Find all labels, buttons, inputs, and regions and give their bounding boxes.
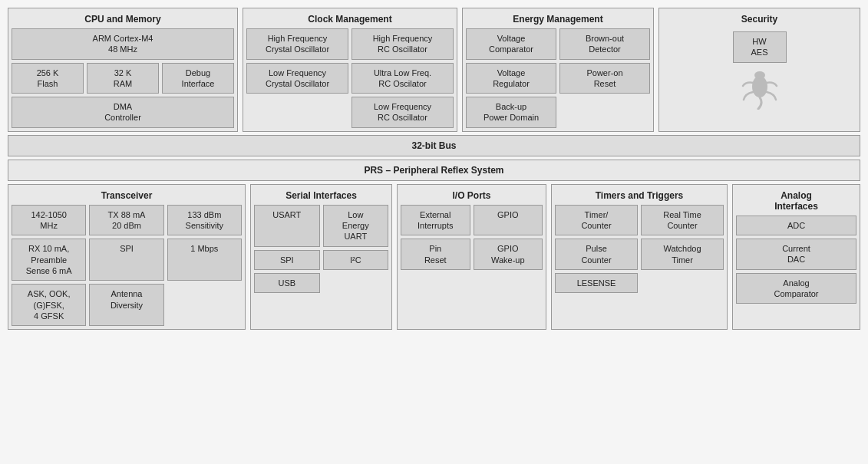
i2c-box: I²C bbox=[323, 250, 389, 270]
gpio-box: GPIO bbox=[474, 205, 543, 236]
serial-grid: USART Low Energy UART SPI I²C USB bbox=[254, 205, 388, 293]
ulf-rc-box: Ultra Low Freq. RC Oscilator bbox=[351, 63, 454, 94]
adc-box: ADC bbox=[736, 216, 856, 235]
io-grid: External Interrupts GPIO Pin Reset GPIO … bbox=[401, 205, 543, 270]
brownout-box: Brown-out Detector bbox=[559, 28, 650, 60]
clock-section: Clock Management High Frequency Crystal … bbox=[243, 8, 457, 132]
antenna-box: Antenna Diversity bbox=[89, 284, 163, 326]
prs-row: PRS – Peripheral Reflex System bbox=[8, 160, 860, 181]
lf-crystal-box: Low Frequency Crystal Oscillator bbox=[246, 63, 348, 94]
security-inner: HW AES bbox=[662, 28, 856, 117]
transceiver-grid: 142-1050 MHz TX 88 mA 20 dBm 133 dBm Sen… bbox=[12, 205, 242, 326]
top-row: CPU and Memory ARM Cortex-M4 48 MHz 256 … bbox=[8, 8, 860, 132]
timers-grid: Timer/ Counter Real Time Counter Pulse C… bbox=[555, 205, 724, 293]
security-section: Security HW AES bbox=[658, 8, 860, 132]
voltage-comp-box: Voltage Comparator bbox=[466, 28, 556, 60]
watchdog-box: Watchdog Timer bbox=[641, 239, 724, 270]
current-dac-box: Current DAC bbox=[736, 239, 856, 270]
serial-title: Serial Interfaces bbox=[254, 188, 388, 205]
pin-reset-box: Pin Reset bbox=[401, 239, 470, 270]
tx-box: TX 88 mA 20 dBm bbox=[89, 205, 163, 236]
analog-comp-box: Analog Comparator bbox=[736, 273, 856, 304]
security-title: Security bbox=[662, 12, 856, 28]
gpio-wakeup-box: GPIO Wake-up bbox=[474, 239, 543, 270]
hf-rc-box: High Frequency RC Oscillator bbox=[351, 28, 454, 60]
debug-box: Debug Interface bbox=[162, 63, 234, 94]
cpu-row-2: DMA Controller bbox=[12, 97, 234, 128]
usb-box: USB bbox=[254, 273, 320, 293]
arm-box: ARM Cortex-M4 48 MHz bbox=[12, 28, 234, 60]
svg-point-1 bbox=[754, 71, 765, 79]
main-container: CPU and Memory ARM Cortex-M4 48 MHz 256 … bbox=[8, 8, 860, 330]
bus-row: 32-bit Bus bbox=[8, 135, 860, 156]
hf-crystal-box: High Frequency Crystal Oscillator bbox=[246, 28, 348, 60]
serial-spi-box: SPI bbox=[254, 250, 320, 270]
clock-title: Clock Management bbox=[246, 12, 454, 28]
ask-box: ASK, OOK, (G)FSK, 4 GFSK bbox=[12, 284, 86, 326]
io-title: I/O Ports bbox=[401, 188, 543, 205]
svg-point-0 bbox=[752, 76, 767, 97]
analog-section: Analog Interfaces ADC Current DAC Analog… bbox=[732, 184, 860, 330]
flash-box: 256 K Flash bbox=[12, 63, 84, 94]
ram-box: 32 K RAM bbox=[87, 63, 159, 94]
bottom-row: Transceiver 142-1050 MHz TX 88 mA 20 dBm… bbox=[8, 184, 860, 330]
low-energy-uart-box: Low Energy UART bbox=[323, 205, 389, 247]
power-on-reset-box: Power-on Reset bbox=[559, 63, 650, 94]
analog-title: Analog Interfaces bbox=[736, 188, 856, 216]
real-time-box: Real Time Counter bbox=[641, 205, 724, 236]
energy-grid: Voltage Comparator Brown-out Detector Vo… bbox=[466, 28, 650, 128]
cpu-title: CPU and Memory bbox=[12, 12, 234, 28]
freq-box: 142-1050 MHz bbox=[12, 205, 86, 236]
transceiver-spi-box: SPI bbox=[89, 239, 163, 281]
cpu-inner: ARM Cortex-M4 48 MHz 256 K Flash 32 K RA… bbox=[12, 28, 234, 128]
io-section: I/O Ports External Interrupts GPIO Pin R… bbox=[397, 184, 546, 330]
ext-int-box: External Interrupts bbox=[401, 205, 470, 236]
timers-title: Timers and Triggers bbox=[555, 188, 724, 205]
cpu-row-1: 256 K Flash 32 K RAM Debug Interface bbox=[12, 63, 234, 94]
timers-section: Timers and Triggers Timer/ Counter Real … bbox=[551, 184, 728, 330]
clock-grid: High Frequency Crystal Oscillator High F… bbox=[246, 28, 454, 128]
rx-box: RX 10 mA, Preamble Sense 6 mA bbox=[12, 239, 86, 281]
transceiver-section: Transceiver 142-1050 MHz TX 88 mA 20 dBm… bbox=[8, 184, 246, 330]
serial-section: Serial Interfaces USART Low Energy UART … bbox=[250, 184, 392, 330]
energy-title: Energy Management bbox=[466, 12, 650, 28]
mbps-box: 1 Mbps bbox=[167, 239, 242, 281]
lf-rc-box: Low Frequency RC Oscillator bbox=[351, 97, 454, 128]
gecko-icon bbox=[737, 67, 783, 114]
sensitivity-box: 133 dBm Sensitivity bbox=[167, 205, 242, 236]
lesense-box: LESENSE bbox=[555, 273, 638, 293]
timer-counter-box: Timer/ Counter bbox=[555, 205, 638, 236]
energy-section: Energy Management Voltage Comparator Bro… bbox=[462, 8, 654, 132]
backup-power-box: Back-up Power Domain bbox=[466, 97, 556, 128]
voltage-reg-box: Voltage Regulator bbox=[466, 63, 556, 94]
cpu-section: CPU and Memory ARM Cortex-M4 48 MHz 256 … bbox=[8, 8, 238, 132]
transceiver-title: Transceiver bbox=[12, 188, 242, 205]
pulse-counter-box: Pulse Counter bbox=[555, 239, 638, 270]
usart-box: USART bbox=[254, 205, 320, 247]
hw-aes-box: HW AES bbox=[733, 31, 787, 63]
analog-inner: ADC Current DAC Analog Comparator bbox=[736, 216, 856, 304]
dma-box: DMA Controller bbox=[12, 97, 234, 128]
